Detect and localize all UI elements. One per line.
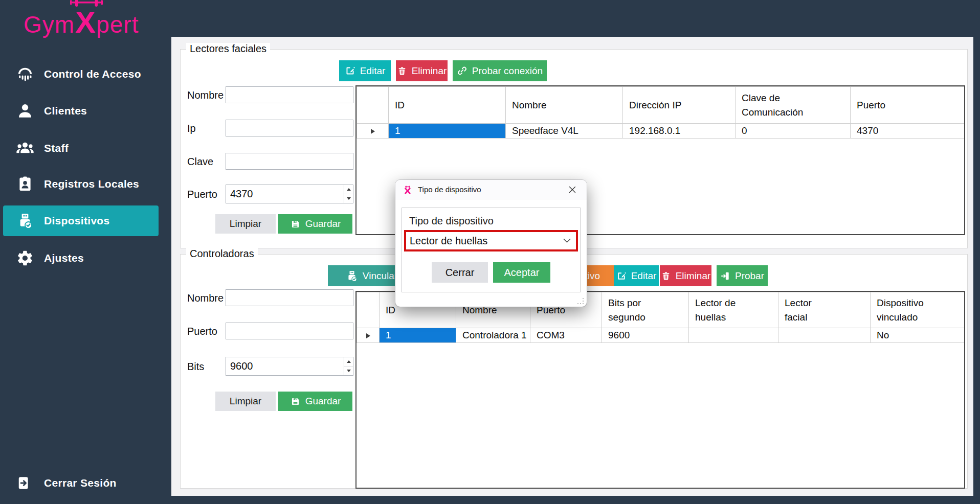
- cell-id[interactable]: 1: [389, 124, 506, 139]
- brand-text-pert: pert: [96, 11, 139, 38]
- barbell-icon: [68, 0, 105, 8]
- column-header-dispositivo-vinculado[interactable]: Dispositivo vinculado: [871, 292, 966, 328]
- cell-clave[interactable]: 0: [736, 124, 851, 139]
- nombre-input[interactable]: [226, 86, 353, 103]
- link-icon: [457, 65, 467, 76]
- nombre-input[interactable]: [226, 289, 353, 306]
- table-row[interactable]: 1 Controladora 1 COM3 9600 No: [357, 328, 966, 343]
- probar-button[interactable]: Probar: [717, 265, 768, 286]
- usb-check-icon: [346, 270, 358, 282]
- badge-icon: [15, 174, 35, 194]
- logout-label: Cerrar Sesión: [44, 477, 117, 489]
- column-header-bits[interactable]: Bits por segundo: [602, 292, 689, 328]
- spinner-up-icon[interactable]: [344, 357, 353, 366]
- people-icon: [15, 139, 35, 158]
- guardar-button[interactable]: Guardar: [278, 214, 352, 234]
- eliminar-button[interactable]: Eliminar: [396, 60, 448, 81]
- logout-button[interactable]: Cerrar Sesión: [3, 468, 159, 498]
- cell-lector-huellas[interactable]: [689, 328, 778, 343]
- column-header-direccion-ip[interactable]: Dirección IP: [623, 87, 736, 124]
- spinner-up-icon[interactable]: [344, 185, 353, 194]
- limpiar-button[interactable]: Limpiar: [215, 392, 276, 411]
- cell-direccion-ip[interactable]: 192.168.0.1: [623, 124, 736, 139]
- ip-input[interactable]: [226, 120, 353, 136]
- probar-conexion-button[interactable]: Probar conexión: [453, 60, 547, 81]
- clave-input[interactable]: [226, 153, 353, 170]
- cell-dispositivo-vinculado[interactable]: No: [871, 328, 966, 343]
- trash-icon: [661, 271, 671, 281]
- nombre-label: Nombre: [187, 89, 224, 101]
- clave-label: Clave: [187, 156, 213, 168]
- access-control-icon: [15, 64, 35, 84]
- brand-logo: Gym X pert: [24, 7, 139, 38]
- trash-icon: [397, 66, 407, 76]
- cell-puerto[interactable]: COM3: [530, 328, 602, 343]
- edit-icon: [616, 271, 627, 281]
- cell-puerto[interactable]: 4370: [851, 124, 966, 139]
- sidebar-item-label: Ajustes: [44, 252, 84, 264]
- sidebar-item-ajustes[interactable]: Ajustes: [3, 243, 159, 273]
- dialog-titlebar[interactable]: Tipo de dispositivo: [395, 180, 587, 199]
- table-row[interactable]: 1 Speedface V4L 192.168.0.1 0 4370: [357, 124, 966, 139]
- aceptar-button[interactable]: Aceptar: [493, 262, 550, 283]
- row-selector-header: [357, 292, 380, 328]
- row-selector-header: [357, 87, 389, 124]
- sidebar-item-label: Staff: [44, 142, 69, 154]
- row-indicator-icon: [366, 333, 370, 338]
- column-header-clave[interactable]: Clave de Comunicación: [736, 87, 851, 124]
- editar-button[interactable]: Editar: [339, 60, 391, 81]
- device-type-select[interactable]: Lector de huellas: [404, 230, 578, 251]
- puerto-spinner[interactable]: [344, 185, 353, 203]
- eliminar-button[interactable]: Eliminar: [660, 265, 711, 286]
- dialog-body-panel: Tipo de dispositivo Lector de huellas Ce…: [402, 208, 581, 292]
- column-header-lector-facial[interactable]: Lector facial: [778, 292, 871, 328]
- puerto-input[interactable]: [226, 323, 353, 339]
- sidebar-item-label: Dispositivos: [44, 215, 109, 227]
- brand-text-x: X: [75, 5, 96, 39]
- column-header-puerto[interactable]: Puerto: [851, 87, 966, 124]
- ip-label: Ip: [187, 123, 196, 134]
- dialog-close-button[interactable]: [565, 182, 580, 197]
- resize-grip[interactable]: [577, 298, 584, 304]
- cell-nombre[interactable]: Speedface V4L: [506, 124, 623, 139]
- bits-input[interactable]: [226, 357, 353, 376]
- sidebar-item-label: Registros Locales: [44, 178, 139, 190]
- cell-lector-facial[interactable]: [778, 328, 871, 343]
- group-title: Lectores faciales: [186, 43, 270, 55]
- column-header-nombre[interactable]: Nombre: [506, 87, 623, 124]
- save-icon: [290, 219, 301, 230]
- puerto-input[interactable]: [226, 185, 353, 203]
- row-indicator-icon: [371, 129, 375, 134]
- sidebar-item-control-de-acceso[interactable]: Control de Acceso: [3, 59, 159, 89]
- cell-nombre[interactable]: Controladora 1: [456, 328, 530, 343]
- puerto-label: Puerto: [187, 189, 217, 200]
- chevron-down-icon: [563, 238, 571, 243]
- sidebar-item-staff[interactable]: Staff: [3, 133, 159, 164]
- table-header-row: ID Nombre Dirección IP Clave de Comunica…: [357, 87, 966, 124]
- row-selector-cell[interactable]: [357, 328, 380, 343]
- brand-text-gym: Gym: [24, 11, 75, 38]
- cell-bits[interactable]: 9600: [602, 328, 689, 343]
- editar-button[interactable]: Editar: [614, 265, 659, 286]
- sidebar-item-clientes[interactable]: Clientes: [3, 96, 159, 126]
- row-selector-cell[interactable]: [357, 124, 389, 139]
- dialog-title: Tipo de dispositivo: [418, 185, 560, 194]
- limpiar-button[interactable]: Limpiar: [215, 214, 276, 234]
- cerrar-button[interactable]: Cerrar: [432, 262, 488, 283]
- group-title: Controladoras: [186, 248, 258, 260]
- guardar-button[interactable]: Guardar: [278, 392, 352, 411]
- spinner-down-icon[interactable]: [344, 366, 353, 375]
- column-header-id[interactable]: ID: [389, 87, 506, 124]
- spinner-down-icon[interactable]: [344, 194, 353, 203]
- sidebar-item-dispositivos[interactable]: Dispositivos: [3, 205, 159, 236]
- edit-icon: [345, 65, 355, 76]
- cell-id[interactable]: 1: [380, 328, 456, 343]
- sidebar-item-registros-locales[interactable]: Registros Locales: [3, 169, 159, 199]
- sidebar-item-label: Clientes: [44, 105, 87, 117]
- controllers-table: ID Nombre Puerto Bits por segundo Lector…: [355, 291, 965, 489]
- device-type-selected-value: Lector de huellas: [410, 235, 563, 247]
- sidebar-item-label: Control de Acceso: [44, 68, 141, 80]
- column-header-lector-huellas[interactable]: Lector de huellas: [689, 292, 778, 328]
- bits-label: Bits: [187, 361, 204, 373]
- bits-spinner[interactable]: [344, 357, 353, 375]
